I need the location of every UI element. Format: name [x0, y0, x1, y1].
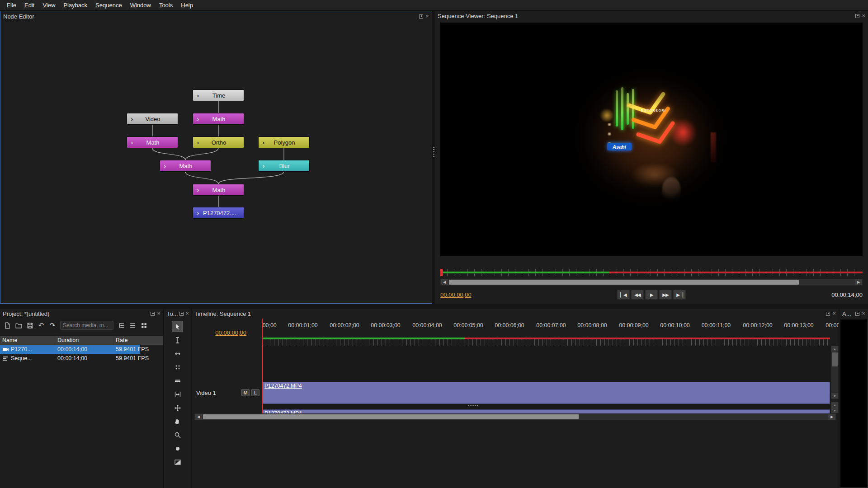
scroll-up-icon[interactable]: ▲: [831, 402, 838, 408]
go-to-start-button[interactable]: ▏◀: [617, 290, 630, 300]
scrollbar-handle[interactable]: [832, 352, 838, 366]
collapse-icon[interactable]: ›: [193, 187, 203, 193]
collapse-icon[interactable]: ›: [193, 210, 203, 216]
collapse-icon[interactable]: ›: [193, 139, 203, 146]
node-math-2[interactable]: › Math: [127, 136, 178, 148]
transition-tool-button[interactable]: [172, 456, 183, 468]
node-time[interactable]: › Time: [193, 89, 244, 101]
next-frame-button[interactable]: ▶▶: [659, 290, 672, 300]
redo-button[interactable]: ↷: [47, 320, 57, 330]
column-name[interactable]: Name: [0, 336, 55, 345]
lock-button[interactable]: L: [251, 389, 259, 396]
audio-track-scrollbar[interactable]: ▲ ▼: [831, 402, 839, 413]
menu-window[interactable]: Window: [126, 1, 155, 9]
node-math-4[interactable]: › Math: [193, 184, 244, 196]
slide-tool-button[interactable]: [172, 402, 183, 413]
menu-sequence[interactable]: Sequence: [91, 1, 126, 9]
play-button[interactable]: ▶: [645, 290, 658, 300]
column-duration[interactable]: Duration: [55, 336, 113, 345]
close-panel-icon[interactable]: ×: [186, 311, 189, 316]
undo-button[interactable]: ↶: [36, 320, 46, 330]
node-video[interactable]: › Video: [127, 113, 178, 125]
scroll-up-icon[interactable]: ▲: [831, 346, 838, 352]
node-math-1[interactable]: › Math: [193, 113, 244, 125]
scrollbar-track[interactable]: [202, 414, 828, 420]
close-panel-icon[interactable]: ×: [862, 14, 865, 18]
collapse-icon[interactable]: ›: [127, 116, 137, 122]
collapse-icon[interactable]: ›: [160, 163, 170, 169]
viewer-timeline-ruler[interactable]: [440, 269, 863, 276]
go-to-end-button[interactable]: ▶▕: [673, 290, 686, 300]
float-panel-icon[interactable]: [419, 14, 423, 19]
video-track-scrollbar[interactable]: ▲ ▼: [831, 346, 839, 399]
node-math-3[interactable]: › Math: [160, 160, 211, 172]
track-resize-handle[interactable]: [468, 405, 478, 406]
slip-tool-button[interactable]: [172, 389, 183, 400]
audio-monitor-title-bar[interactable]: A... ×: [840, 309, 868, 319]
column-rate[interactable]: Rate: [113, 336, 163, 345]
timeline-title-bar[interactable]: Timeline: Sequence 1 ×: [192, 309, 839, 319]
mute-button[interactable]: M: [241, 389, 250, 396]
timeline-playhead[interactable]: [262, 319, 263, 346]
float-panel-icon[interactable]: [855, 312, 859, 316]
collapse-icon[interactable]: ›: [193, 116, 203, 122]
timeline-current-timecode[interactable]: 00:00:00;00: [215, 329, 246, 336]
tools-title-bar[interactable]: To... ×: [164, 309, 191, 319]
video-clip[interactable]: P1270472.MP4: [262, 382, 830, 404]
scroll-right-icon[interactable]: ▶: [855, 279, 862, 285]
scroll-down-icon[interactable]: ▼: [831, 408, 838, 413]
viewer-scrollbar[interactable]: ◀ ▶: [440, 279, 863, 286]
timeline-playhead-line[interactable]: [262, 346, 263, 413]
timeline-clip-area[interactable]: P1270472.MP4 P1270472.MP4: [262, 346, 831, 413]
record-tool-button[interactable]: [172, 443, 183, 454]
edit-tool-button[interactable]: [172, 334, 183, 346]
viewer-current-timecode[interactable]: 00:00:00;00: [440, 291, 472, 298]
panel-splitter-handle[interactable]: [433, 147, 434, 158]
table-header[interactable]: Name Duration Rate: [0, 336, 163, 345]
list-view-button[interactable]: [127, 320, 137, 330]
table-row-sequence[interactable]: Seque... 00:00:14;00 59.9401 FPS: [0, 354, 163, 363]
table-row-media[interactable]: P1270... 00:00:14;00 59.9401 FPS: [0, 345, 163, 354]
float-panel-icon[interactable]: [855, 14, 859, 18]
open-project-button[interactable]: [14, 320, 24, 330]
float-panel-icon[interactable]: [151, 312, 155, 316]
close-panel-icon[interactable]: ×: [425, 14, 429, 19]
close-panel-icon[interactable]: ×: [832, 311, 836, 316]
node-ortho[interactable]: › Ortho: [193, 136, 244, 148]
node-blur[interactable]: › Blur: [258, 160, 310, 172]
razor-tool-button[interactable]: [172, 375, 183, 386]
node-polygon[interactable]: › Polygon: [258, 136, 310, 148]
collapse-icon[interactable]: ›: [259, 139, 269, 146]
rolling-tool-button[interactable]: [172, 361, 183, 373]
hand-tool-button[interactable]: [172, 416, 183, 427]
pointer-tool-button[interactable]: [172, 321, 183, 332]
menu-file[interactable]: File: [3, 1, 20, 9]
menu-playback[interactable]: Playback: [59, 1, 91, 9]
viewer-title-bar[interactable]: Sequence Viewer: Sequence 1 ×: [435, 11, 868, 21]
close-panel-icon[interactable]: ×: [862, 311, 865, 316]
node-graph-canvas[interactable]: › Time › Video › Math › Math › Ortho: [0, 21, 432, 303]
scroll-down-icon[interactable]: ▼: [831, 393, 838, 399]
scrollbar-handle[interactable]: [203, 414, 579, 419]
timeline-ruler[interactable]: 00:00:00;00 00:00:01;00 00:00:02;00 00:0…: [262, 319, 839, 346]
collapse-icon[interactable]: ›: [259, 163, 269, 169]
menu-tools[interactable]: Tools: [155, 1, 177, 9]
scrollbar-track[interactable]: [448, 279, 855, 285]
search-input[interactable]: [60, 321, 113, 330]
icon-view-button[interactable]: [139, 320, 149, 330]
menu-view[interactable]: View: [38, 1, 59, 9]
audio-clip[interactable]: P1270472.MP4: [262, 409, 830, 413]
prev-frame-button[interactable]: ◀◀: [631, 290, 644, 300]
save-project-button[interactable]: [25, 320, 35, 330]
scroll-right-icon[interactable]: ▶: [828, 414, 835, 420]
node-media-p1270472[interactable]: › P1270472....: [193, 207, 244, 219]
collapse-icon[interactable]: ›: [127, 139, 137, 146]
tree-view-button[interactable]: [116, 320, 126, 330]
new-project-button[interactable]: [2, 320, 12, 330]
collapse-icon[interactable]: ›: [193, 92, 203, 99]
timeline-horizontal-scrollbar[interactable]: ◀ ▶: [194, 413, 836, 420]
node-editor-title-bar[interactable]: Node Editor ×: [0, 11, 432, 21]
menu-edit[interactable]: Edit: [20, 1, 38, 9]
zoom-tool-button[interactable]: [172, 429, 183, 441]
float-panel-icon[interactable]: [179, 312, 184, 316]
